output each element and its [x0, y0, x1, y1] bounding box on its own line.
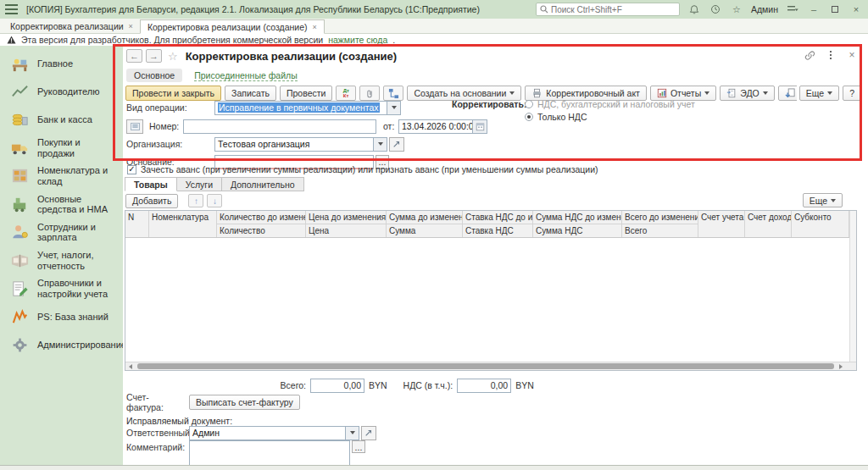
sidebar-item-main[interactable]: Главное	[0, 50, 123, 78]
sidebar-item-purchases-sales[interactable]: Покупки и продажи	[0, 134, 123, 162]
table-body[interactable]	[125, 238, 849, 362]
edo-label: ЭДО	[740, 88, 759, 98]
titlebar-actions: ☆ Админ – ×	[536, 3, 863, 16]
column-vat-rate[interactable]: Ставка НДС до из...Ставка НДС	[463, 211, 533, 237]
window-bottom-edge	[0, 465, 868, 470]
responsible-field[interactable]: Админ	[189, 426, 346, 440]
attached-files-button[interactable]	[359, 86, 380, 101]
notifications-bell-icon[interactable]	[687, 3, 701, 16]
organization-open-button[interactable]	[389, 137, 404, 152]
nav-attached-files[interactable]: Присоединенные файлы	[194, 70, 298, 81]
table-more-button[interactable]: Еще	[803, 193, 843, 207]
column-price[interactable]: Цена до измененияЦена	[306, 211, 387, 237]
forward-button[interactable]: →	[146, 49, 162, 63]
help-button[interactable]: ?	[843, 86, 861, 101]
advance-checkbox[interactable]: ✓	[127, 165, 136, 174]
sidebar-item-label: Руководителю	[37, 86, 99, 97]
column-total[interactable]: Всего до измененияВсего	[622, 211, 698, 237]
vat-field[interactable]: 0,00	[457, 379, 511, 393]
search-input[interactable]	[551, 5, 676, 14]
sidebar-item-knowledge-base[interactable]: PS: База знаний	[0, 303, 123, 331]
nav-main[interactable]: Основное	[126, 69, 182, 82]
column-nomenclature[interactable]: Номенклатура	[149, 211, 217, 237]
favorites-star-icon[interactable]: ☆	[730, 3, 743, 16]
total-field[interactable]: 0,00	[310, 379, 364, 393]
machine-icon	[9, 194, 30, 214]
tab-goods[interactable]: Товары	[125, 177, 177, 191]
related-documents-button[interactable]	[383, 86, 403, 101]
more-button[interactable]: Еще	[799, 86, 839, 101]
global-search[interactable]	[536, 3, 680, 16]
column-vat-sum[interactable]: Сумма НДС до измененияСумма НДС	[533, 211, 622, 237]
user-menu[interactable]: Админ	[751, 4, 778, 14]
radio-vat-accounting[interactable]	[525, 100, 533, 108]
total-label: Всего:	[250, 380, 306, 390]
issue-invoice-button[interactable]: Выписать счет-фактуру	[189, 395, 300, 410]
back-button[interactable]: ←	[126, 49, 142, 63]
organization-dropdown[interactable]	[374, 137, 387, 152]
tab-services[interactable]: Услуги	[177, 177, 222, 191]
responsible-open-button[interactable]	[361, 426, 376, 440]
maximize-button[interactable]	[828, 3, 842, 16]
operation-type-dropdown[interactable]	[387, 101, 401, 115]
operation-type-field[interactable]: Исправление в первичных документах	[214, 101, 387, 115]
minimize-button[interactable]: –	[807, 3, 821, 16]
main-menu-icon[interactable]	[5, 4, 18, 14]
load-from-file-button[interactable]: Загрузить (перезаполнить) из файла	[778, 86, 797, 101]
column-subconto[interactable]: Субконто	[792, 211, 849, 237]
sidebar-item-references-settings[interactable]: Справочники и настройки учета	[0, 274, 123, 302]
scrollbar-thumb[interactable]	[137, 363, 834, 369]
desk-icon	[9, 54, 30, 75]
sidebar-item-employees[interactable]: Сотрудники и зарплата	[0, 218, 123, 246]
sidebar-item-manager[interactable]: Руководителю	[0, 78, 123, 106]
window-close-button[interactable]: ×	[849, 3, 863, 16]
edo-button[interactable]: ЭДО	[720, 86, 774, 101]
sidebar-item-bank-cash[interactable]: Банк и касса	[0, 106, 123, 134]
dropdown-caret-icon	[392, 106, 397, 109]
vertical-dots-icon	[830, 51, 832, 53]
tab-korrektirovka-list[interactable]: Корректировка реализации ×	[3, 19, 140, 33]
column-quantity[interactable]: Количество до измененияКоличество	[217, 211, 306, 237]
comment-label: Комментарий:	[126, 442, 184, 452]
add-row-button[interactable]: Добавить	[125, 194, 178, 208]
sidebar-item-fixed-assets[interactable]: Основные средства и НМА	[0, 191, 123, 218]
history-icon[interactable]	[709, 3, 722, 16]
save-button[interactable]: Записать	[225, 86, 276, 101]
tab-korrektirovka-create[interactable]: Корректировка реализации (создание) ×	[140, 19, 325, 34]
table-horizontal-scrollbar[interactable]	[125, 362, 856, 370]
service-menu-icon[interactable]	[786, 3, 799, 16]
form-header: ← → ☆ Корректировка реализации (создание…	[126, 47, 397, 64]
move-up-button[interactable]: ↑	[188, 194, 203, 207]
date-calendar-button[interactable]	[473, 119, 487, 134]
tab-additional[interactable]: Дополнительно	[222, 177, 304, 191]
date-field[interactable]: 13.04.2026 0:00:00	[398, 119, 473, 134]
more-menu-dots-icon[interactable]	[825, 49, 837, 61]
post-and-close-button[interactable]: Провести и закрыть	[125, 86, 221, 101]
column-sum[interactable]: Сумма до измененияСумма	[387, 211, 463, 237]
tab-close-icon[interactable]: ×	[313, 23, 317, 31]
sidebar-item-accounting-reports[interactable]: Учет, налоги, отчетность	[0, 246, 123, 274]
number-field[interactable]	[183, 119, 376, 134]
column-account[interactable]: Счет учета	[698, 211, 745, 237]
responsible-dropdown[interactable]	[346, 426, 359, 440]
get-link-icon[interactable]	[804, 49, 815, 61]
column-income-account[interactable]: Счет доходов	[745, 211, 792, 237]
post-button[interactable]: Провести	[280, 86, 332, 101]
column-n[interactable]: N	[125, 211, 149, 237]
show-postings-button[interactable]: ДтКт	[336, 86, 356, 101]
tab-close-icon[interactable]: ×	[129, 22, 133, 30]
comment-field[interactable]	[189, 440, 350, 466]
form-close-button[interactable]: ×	[846, 49, 858, 61]
organization-field[interactable]: Тестовая организация	[214, 137, 374, 152]
table-vertical-scrollbar[interactable]	[849, 211, 856, 362]
buy-license-link[interactable]: нажмите сюда	[328, 35, 387, 45]
move-down-button[interactable]: ↓	[207, 194, 222, 207]
sidebar-item-administration[interactable]: Администрирование	[0, 331, 123, 359]
sidebar-item-warehouse[interactable]: Номенклатура и склад	[0, 162, 123, 190]
number-settings-button[interactable]	[126, 119, 143, 134]
dropdown-caret-icon	[831, 199, 836, 202]
paperclip-icon	[364, 88, 375, 99]
comment-expand-button[interactable]: ...	[352, 440, 365, 453]
favorite-star-icon[interactable]: ☆	[168, 50, 178, 63]
radio-vat-only[interactable]	[525, 113, 533, 121]
